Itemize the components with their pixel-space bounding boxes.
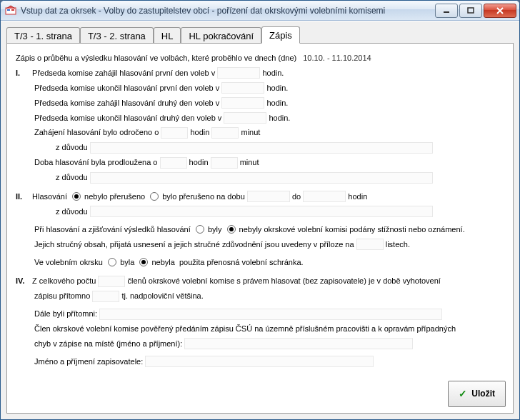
s1-line1-b: hodin. (262, 69, 284, 77)
radio-not-interrupted[interactable] (72, 192, 81, 201)
tab-t3-2[interactable]: T/3 - 2. strana (80, 27, 154, 44)
s4-l1-b: členů okrskové volební komise s právem h… (127, 276, 440, 285)
input-delay-hours[interactable] (161, 127, 188, 139)
s4-l5: Jméno a příjmení zapisovatele: (34, 357, 143, 366)
window-buttons (434, 4, 516, 18)
s1-line2-a: Předseda komise ukončil hlasování první … (34, 84, 219, 92)
maximize-button[interactable] (459, 4, 482, 18)
tab-content-zapis: Zápis o průběhu a výsledku hlasování ve … (6, 43, 514, 414)
radio-box-yes[interactable] (108, 258, 116, 266)
s4-l1-a: Z celkového počtu (32, 276, 96, 285)
svg-rect-4 (468, 8, 474, 13)
s1-line6-c: minut (240, 158, 259, 166)
s1-line5-a: Zahájení hlasování bylo odročeno o (34, 128, 159, 136)
s1-reason1-label: z důvodu (56, 143, 88, 151)
s1-line3-b: hodin. (266, 99, 288, 107)
s2-r2: bylo přerušeno na dobu (162, 192, 245, 201)
tab-hl-pokracovani[interactable]: HL pokračování (181, 27, 261, 44)
input-end-day2[interactable] (224, 112, 266, 124)
input-total-members[interactable] (98, 276, 125, 287)
intro-text: Zápis o průběhu a výsledku hlasování ve … (16, 54, 296, 62)
tab-bar: T/3 - 1. strana T/3 - 2. strana HL HL po… (6, 26, 514, 43)
radio-box-no[interactable] (139, 258, 148, 266)
s1-line4-b: hodin. (269, 114, 290, 122)
tab-zapis[interactable]: Zápis (261, 26, 300, 44)
input-delay-reason[interactable] (90, 142, 433, 154)
s1-line1-a: Předseda komise zahájil hlasování první … (32, 69, 215, 77)
input-interrupt-reason[interactable] (90, 206, 433, 217)
input-extend-min[interactable] (211, 157, 238, 169)
date-range: 10.10. - 11.10.2014 (303, 54, 371, 62)
s2-line1-a: Hlasování (32, 192, 67, 201)
input-sheets[interactable] (356, 239, 384, 250)
input-interrupt-from[interactable] (247, 191, 290, 202)
s2-l2-b: okrskové volební komisi podány stížnosti… (264, 225, 464, 234)
input-extend-hours[interactable] (160, 157, 187, 169)
save-label: Uložit (471, 386, 495, 402)
tab-t3-1[interactable]: T/3 - 1. strana (6, 27, 80, 44)
tab-hl[interactable]: HL (154, 27, 181, 44)
window: Vstup dat za okrsek - Volby do zastupite… (0, 0, 520, 420)
app-icon (5, 5, 16, 16)
input-present-members[interactable] (92, 291, 119, 302)
s4-l2-a: zápisu přítomno (34, 291, 90, 300)
svg-rect-0 (6, 8, 16, 14)
radio-complaints-yes[interactable] (196, 225, 204, 234)
minimize-button[interactable] (435, 4, 458, 18)
input-interrupt-to[interactable] (303, 191, 346, 202)
s1-line5-b: hodin (190, 128, 209, 136)
s4-l3: Dále byli přítomni: (34, 309, 97, 318)
client-area: T/3 - 1. strana T/3 - 2. strana HL HL po… (1, 21, 519, 419)
input-end-day1[interactable] (221, 82, 264, 94)
s2-r5: byla (120, 258, 134, 266)
input-delegate-name[interactable] (184, 338, 413, 349)
s1-reason2-label: z důvodu (56, 173, 88, 181)
s2-reason-label: z důvodu (56, 207, 88, 216)
s1-line3-a: Předseda komise zahájil hlasování druhý … (34, 99, 219, 107)
check-icon: ✓ (459, 384, 467, 404)
s4-l4-b: chyb v zápise na místě (jméno a příjmení… (34, 339, 182, 348)
radio-interrupted[interactable] (150, 192, 159, 201)
svg-rect-1 (7, 9, 10, 11)
s2-l3-b: listech. (386, 240, 410, 249)
s2-l1-b: do (292, 192, 301, 201)
input-recorder-name[interactable] (145, 356, 374, 367)
svg-rect-2 (11, 9, 14, 11)
input-extend-reason[interactable] (90, 172, 433, 184)
s2-r1: nebylo přerušeno (84, 192, 145, 201)
s2-r4: nebyly (239, 225, 262, 234)
s2-l1-c: hodin (348, 192, 367, 201)
input-start-day2[interactable] (221, 97, 264, 109)
close-button[interactable] (484, 4, 516, 18)
input-delay-min[interactable] (211, 127, 239, 139)
s1-line6-b: hodin (189, 158, 209, 166)
section-4-label: IV. (16, 274, 30, 289)
s4-l4-a: Člen okrskové volební komise pověřený př… (34, 324, 456, 333)
s1-line2-b: hodin. (266, 84, 288, 92)
input-others-present[interactable] (99, 309, 442, 320)
s2-r3: byly (208, 225, 222, 234)
section-1-label: I. (16, 66, 30, 81)
s2-r6: nebyla (151, 258, 174, 266)
s2-l4-b: použita přenosná volební schránka. (179, 258, 304, 266)
s2-l4-a: Ve volebním okrsku (34, 258, 103, 266)
radio-complaints-no[interactable] (227, 225, 236, 234)
save-button[interactable]: ✓ Uložit (448, 381, 506, 407)
s2-l2-a: Při hlasování a zjišťování výsledků hlas… (34, 225, 191, 234)
titlebar: Vstup dat za okrsek - Volby do zastupite… (1, 1, 519, 21)
s4-l2-b: tj. nadpoloviční většina. (121, 291, 203, 300)
input-start-day1[interactable] (217, 67, 260, 79)
s1-line6-a: Doba hlasování byla prodloužena o (34, 158, 157, 166)
section-2-label: II. (16, 189, 30, 204)
s1-line4-a: Předseda komise ukončil hlasování druhý … (34, 114, 221, 122)
s2-l3-a: Jejich stručný obsah, přijatá usnesení a… (34, 240, 354, 249)
window-title: Vstup dat za okrsek - Volby do zastupite… (21, 6, 429, 16)
s1-line5-c: minut (241, 128, 260, 136)
